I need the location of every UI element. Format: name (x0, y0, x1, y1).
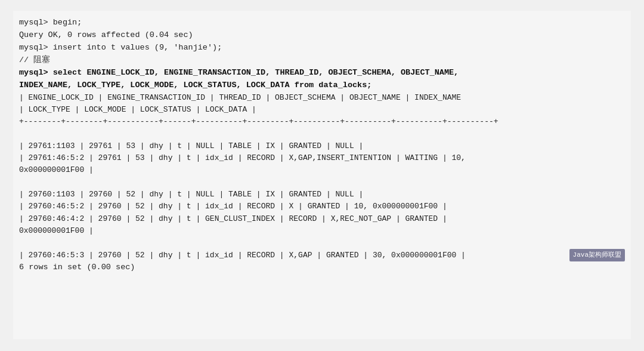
line-12: | 29760:1103 | 29760 | 52 | dhy | t | NU… (19, 189, 625, 201)
line-4: // 阻塞 (19, 54, 625, 67)
line-6: | ENGINE_LOCK_ID | ENGINE_TRANSACTION_ID… (19, 92, 625, 116)
line-5: mysql> select ENGINE_LOCK_ID, ENGINE_TRA… (19, 67, 625, 92)
line-3: mysql> insert into t values (9, 'hanjie'… (19, 42, 625, 54)
line-11 (19, 176, 625, 189)
line-16: | 29760:46:5:3 | 29760 | 52 | dhy | t | … (19, 250, 625, 261)
terminal-window: mysql> begin; Query OK, 0 rows affected … (13, 11, 631, 339)
last-data-row: | 29760:46:5:3 | 29760 | 52 | dhy | t | … (19, 250, 625, 261)
line-8 (19, 128, 625, 140)
line-7: +--------+--------+-----------+------+--… (19, 116, 625, 128)
line-10: | 29761:46:5:2 | 29761 | 53 | dhy | t | … (19, 152, 625, 176)
line-13: | 29760:46:5:2 | 29760 | 52 | dhy | t | … (19, 201, 625, 213)
line-15 (19, 237, 625, 250)
line-2: Query OK, 0 rows affected (0.04 sec) (19, 29, 625, 42)
line-9: | 29761:1103 | 29761 | 53 | dhy | t | NU… (19, 140, 625, 152)
line-1: mysql> begin; (19, 17, 625, 29)
line-14: | 29760:46:4:2 | 29760 | 52 | dhy | t | … (19, 213, 625, 237)
line-17: 6 rows in set (0.00 sec) (19, 261, 625, 274)
